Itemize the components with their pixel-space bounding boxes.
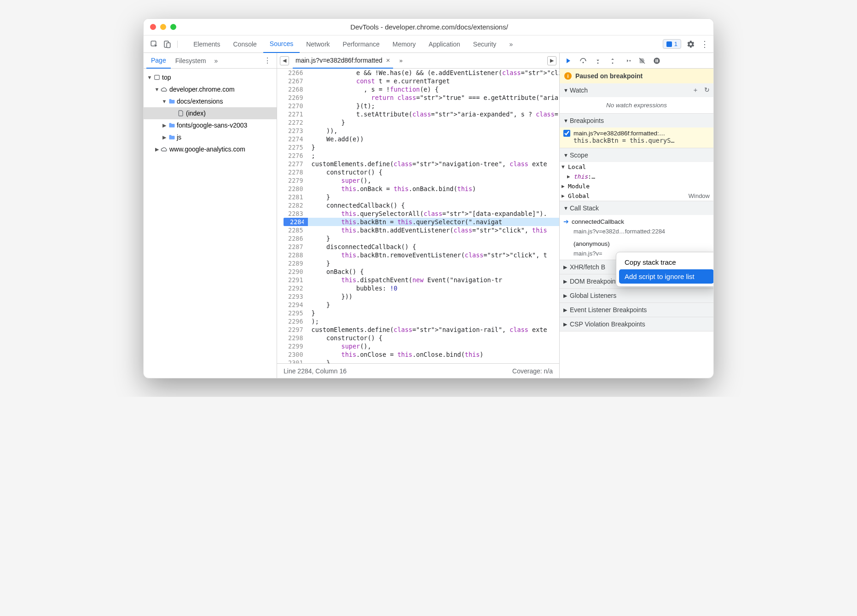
editor-panel: ◀ main.js?v=e382d86f:formatted × » ▶ 226… xyxy=(277,53,559,378)
main-tab-bar: │ Elements Console Sources Network Perfo… xyxy=(144,35,713,53)
svg-rect-10 xyxy=(657,59,658,62)
section-head-watch[interactable]: ▼Watch ＋ ↻ xyxy=(560,83,713,97)
tab-memory[interactable]: Memory xyxy=(386,35,423,53)
folder-icon xyxy=(168,99,176,104)
editor-file-tab[interactable]: main.js?v=e382d86f:formatted × xyxy=(293,53,393,69)
tab-sources[interactable]: Sources xyxy=(263,35,300,53)
coverage-status: Coverage: n/a xyxy=(512,367,553,375)
add-watch-icon[interactable]: ＋ xyxy=(692,86,699,94)
code-content[interactable]: e && !We.has(e) && (e.addEventListener(c… xyxy=(308,69,559,363)
tab-performance[interactable]: Performance xyxy=(336,35,386,53)
scope-local[interactable]: ▼Local xyxy=(560,162,713,172)
breakpoint-file-label: main.js?v=e382d86f:formatted:… xyxy=(573,130,665,137)
step-out-icon[interactable] xyxy=(608,57,617,65)
scope-this[interactable]: ▶this: … xyxy=(560,172,713,181)
section-head-call-stack[interactable]: ▼Call Stack xyxy=(560,201,713,215)
breakpoint-checkbox[interactable] xyxy=(563,130,570,137)
navigator-tab-filesystem[interactable]: Filesystem xyxy=(171,53,211,69)
issues-badge[interactable]: 1 xyxy=(663,39,681,49)
step-into-icon[interactable] xyxy=(594,57,602,65)
tree-node-folder-docs[interactable]: ▼ docs/extensions xyxy=(144,95,277,107)
device-toggle-icon[interactable] xyxy=(163,40,171,48)
window-minimize-button[interactable] xyxy=(160,24,166,30)
svg-point-7 xyxy=(629,60,631,61)
cloud-icon xyxy=(160,146,168,152)
menu-item-add-to-ignore-list[interactable]: Add script to ignore list xyxy=(619,269,714,284)
folder-icon xyxy=(168,122,176,128)
editor-tabs-overflow-icon[interactable]: » xyxy=(397,57,405,64)
tabs-overflow-icon[interactable]: » xyxy=(503,35,519,53)
tree-node-folder-fonts[interactable]: ▶ fonts/google-sans-v2003 xyxy=(144,119,277,131)
svg-point-8 xyxy=(654,58,660,64)
navigator-kebab-icon[interactable]: ⋮ xyxy=(261,56,274,65)
tree-node-top[interactable]: ▼ top xyxy=(144,71,277,83)
titlebar: DevTools - developer.chrome.com/docs/ext… xyxy=(144,19,713,35)
tree-node-folder-js[interactable]: ▶ js xyxy=(144,131,277,143)
step-icon[interactable] xyxy=(623,57,631,65)
section-call-stack: ▼Call Stack ➔connectedCallback main.js?v… xyxy=(560,201,713,260)
svg-point-5 xyxy=(597,62,599,64)
window-close-button[interactable] xyxy=(150,24,156,30)
svg-point-6 xyxy=(612,62,614,64)
scope-global[interactable]: ▶GlobalWindow xyxy=(560,191,713,201)
watch-empty-text: No watch expressions xyxy=(560,97,713,113)
tab-security[interactable]: Security xyxy=(467,35,503,53)
tab-console[interactable]: Console xyxy=(226,35,263,53)
prev-tab-icon[interactable]: ◀ xyxy=(280,56,289,65)
tab-network[interactable]: Network xyxy=(300,35,336,53)
tab-elements[interactable]: Elements xyxy=(187,35,226,53)
section-head-csp[interactable]: ▶CSP Violation Breakpoints xyxy=(560,317,713,331)
current-frame-arrow-icon: ➔ xyxy=(563,218,569,225)
folder-icon xyxy=(168,134,176,140)
navigator-panel: Page Filesystem » ⋮ ▼ top ▼ developer.ch… xyxy=(144,53,277,378)
svg-point-4 xyxy=(583,62,584,63)
breakpoint-code-snippet: this.backBtn = this.queryS… xyxy=(563,137,710,144)
close-tab-icon[interactable]: × xyxy=(386,56,390,64)
scope-module[interactable]: ▶Module xyxy=(560,181,713,191)
section-head-event-listeners[interactable]: ▶Event Listener Breakpoints xyxy=(560,303,713,317)
settings-gear-icon[interactable] xyxy=(687,40,695,48)
section-head-breakpoints[interactable]: ▼Breakpoints xyxy=(560,114,713,128)
inspect-element-icon[interactable] xyxy=(150,40,158,48)
editor-tab-bar: ◀ main.js?v=e382d86f:formatted × » ▶ xyxy=(277,53,559,69)
tree-node-index[interactable]: (index) xyxy=(144,107,277,119)
section-scope: ▼Scope ▼Local ▶this: … ▶Module ▶GlobalWi… xyxy=(560,148,713,201)
section-head-global-listeners[interactable]: ▶Global Listeners xyxy=(560,289,713,302)
debugger-panel: i Paused on breakpoint ▼Watch ＋ ↻ No wat… xyxy=(559,53,713,378)
info-icon: i xyxy=(564,72,572,80)
navigator-tabs-overflow-icon[interactable]: » xyxy=(211,53,222,69)
svg-rect-3 xyxy=(155,75,160,79)
context-menu: Copy stack trace Add script to ignore li… xyxy=(616,252,714,287)
paused-banner: i Paused on breakpoint xyxy=(560,69,713,83)
tab-application[interactable]: Application xyxy=(422,35,467,53)
breakpoint-item[interactable]: main.js?v=e382d86f:formatted:… this.back… xyxy=(560,128,713,148)
call-stack-location: main.js?v=e382d…formatted:2284 xyxy=(563,228,709,235)
section-breakpoints: ▼Breakpoints main.js?v=e382d86f:formatte… xyxy=(560,114,713,148)
frame-icon xyxy=(153,74,161,81)
tree-node-domain2[interactable]: ▶ www.google-analytics.com xyxy=(144,143,277,155)
resume-icon[interactable] xyxy=(564,57,573,65)
pause-on-exceptions-icon[interactable] xyxy=(653,57,661,65)
tree-node-domain[interactable]: ▼ developer.chrome.com xyxy=(144,83,277,95)
deactivate-breakpoints-icon[interactable] xyxy=(638,57,646,65)
line-number-gutter[interactable]: 2266226722682269227022712272227322742275… xyxy=(277,69,308,363)
paused-message: Paused on breakpoint xyxy=(575,72,643,80)
status-bar: Line 2284, Column 16 Coverage: n/a xyxy=(277,363,559,378)
section-head-scope[interactable]: ▼Scope xyxy=(560,148,713,162)
call-stack-frame-0[interactable]: ➔connectedCallback main.js?v=e382d…forma… xyxy=(560,215,713,238)
navigator-tab-page[interactable]: Page xyxy=(146,53,171,69)
devtools-window: DevTools - developer.chrome.com/docs/ext… xyxy=(143,18,714,378)
window-zoom-button[interactable] xyxy=(170,24,176,30)
issues-icon xyxy=(666,41,672,47)
window-title: DevTools - developer.chrome.com/docs/ext… xyxy=(176,23,682,31)
cursor-position: Line 2284, Column 16 xyxy=(284,367,347,375)
next-tab-icon[interactable]: ▶ xyxy=(547,56,556,65)
menu-item-copy-stack-trace[interactable]: Copy stack trace xyxy=(619,255,714,269)
step-over-icon[interactable] xyxy=(579,57,587,65)
document-icon xyxy=(177,110,185,116)
refresh-watch-icon[interactable]: ↻ xyxy=(704,86,710,94)
issues-count: 1 xyxy=(674,41,677,47)
kebab-menu-icon[interactable]: ⋮ xyxy=(701,39,709,49)
editor-file-tab-label: main.js?v=e382d86f:formatted xyxy=(295,57,382,64)
cloud-icon xyxy=(160,87,168,92)
